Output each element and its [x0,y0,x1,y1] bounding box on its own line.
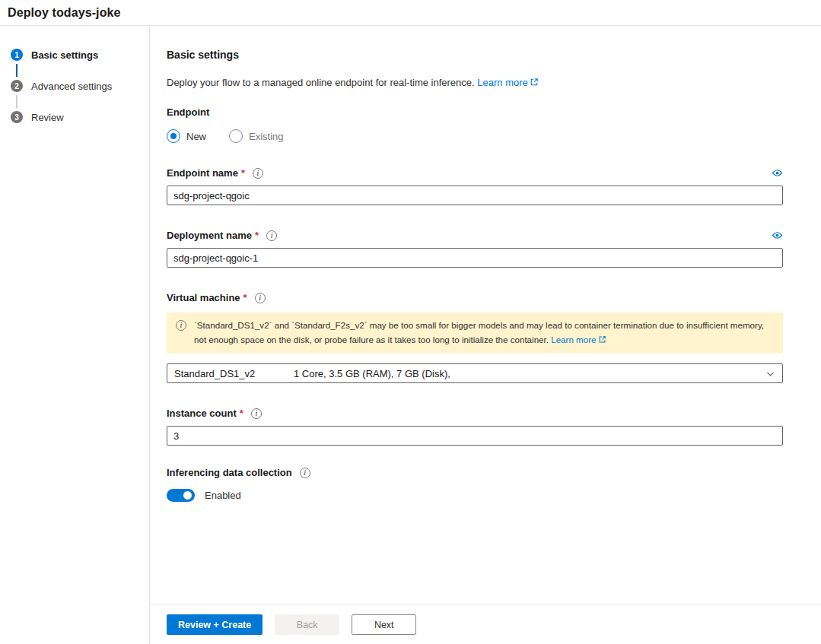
radio-new-label: New [186,131,206,142]
next-button[interactable]: Next [352,614,416,635]
endpoint-name-label-row: Endpoint name * [167,167,783,179]
radio-option-new[interactable]: New [167,129,206,143]
vm-size-warning-banner: `Standard_DS1_v2` and `Standard_F2s_v2` … [167,312,783,354]
wizard-step-review[interactable]: 3 Review [11,111,149,123]
wizard-step-advanced-settings[interactable]: 2 Advanced settings [11,80,149,92]
radio-existing-label: Existing [249,131,284,142]
warning-learn-more-text: Learn more [551,335,596,344]
instance-count-field: Instance count * [167,408,783,446]
endpoint-name-input[interactable] [167,186,783,205]
back-button[interactable]: Back [275,614,339,635]
basic-settings-form: Basic settings Deploy your flow to a man… [150,26,821,604]
step-connector [16,95,18,108]
section-description: Deploy your flow to a managed online end… [167,77,783,88]
step-2-label: Advanced settings [31,81,112,92]
instance-count-label-row: Instance count * [167,408,783,419]
endpoint-radio-group: New Existing [167,129,783,143]
page-title: Deploy todays-joke [8,6,813,20]
step-1-badge: 1 [11,49,23,61]
deployment-name-field: Deployment name * [167,230,783,268]
page-header: Deploy todays-joke [0,0,821,26]
instance-count-label: Instance count [167,408,237,419]
step-3-badge: 3 [11,111,23,123]
section-heading: Basic settings [167,49,783,61]
warning-text: `Standard_DS1_v2` and `Standard_F2s_v2` … [194,320,764,344]
eye-icon[interactable] [772,230,783,241]
data-collection-toggle[interactable] [167,489,195,502]
radio-selected-icon [167,129,180,143]
toggle-knob [183,491,192,500]
step-1-label: Basic settings [31,49,98,61]
required-asterisk: * [255,230,259,241]
content-row: 1 Basic settings 2 Advanced settings 3 R… [0,26,821,644]
learn-more-text: Learn more [477,77,527,88]
virtual-machine-dropdown[interactable]: Standard_DS1_v2 1 Core, 3.5 GB (RAM), 7 … [167,363,783,383]
step-3-label: Review [31,112,64,123]
endpoint-name-field: Endpoint name * [167,167,783,205]
deployment-name-label-row: Deployment name * [167,230,783,241]
required-asterisk: * [240,408,243,419]
external-link-icon [598,335,606,344]
chevron-down-icon [765,369,775,379]
wizard-footer: Review + Create Back Next [150,604,821,644]
virtual-machine-label: Virtual machine [167,292,240,303]
learn-more-link[interactable]: Learn more [477,77,538,88]
info-icon[interactable] [253,168,263,179]
wizard-step-basic-settings[interactable]: 1 Basic settings [11,49,149,61]
virtual-machine-label-row: Virtual machine * [167,292,783,303]
info-icon[interactable] [300,468,310,478]
data-collection-label-row: Inferencing data collection [167,467,783,478]
radio-option-existing[interactable]: Existing [229,129,284,143]
main-panel: Basic settings Deploy your flow to a man… [150,26,821,644]
warning-learn-more-link[interactable]: Learn more [551,335,606,344]
deployment-name-input[interactable] [167,248,783,268]
step-2-badge: 2 [11,80,23,92]
vm-specs-value: 1 Core, 3.5 GB (RAM), 7 GB (Disk), [294,368,450,379]
warning-info-icon [176,320,186,331]
endpoint-group-label: Endpoint [167,106,783,118]
info-icon[interactable] [266,230,277,241]
required-asterisk: * [241,167,245,179]
step-connector-active [16,64,18,77]
description-text: Deploy your flow to a managed online end… [167,77,475,88]
info-icon[interactable] [255,293,266,303]
review-create-button[interactable]: Review + Create [167,614,263,635]
wizard-steps-sidebar: 1 Basic settings 2 Advanced settings 3 R… [0,26,150,644]
label-left: Instance count * [167,408,262,419]
info-icon[interactable] [251,408,262,419]
external-link-icon [530,78,539,87]
label-left: Virtual machine * [167,292,266,303]
deployment-name-label: Deployment name [167,230,252,241]
virtual-machine-field: Virtual machine * `Standard_DS1_v2` and … [167,292,783,383]
data-collection-label: Inferencing data collection [167,467,292,478]
required-asterisk: * [243,292,247,303]
eye-icon[interactable] [772,167,783,179]
toggle-state-label: Enabled [205,490,241,501]
data-collection-toggle-row: Enabled [167,489,783,502]
instance-count-input[interactable] [167,426,783,446]
warning-content: `Standard_DS1_v2` and `Standard_F2s_v2` … [194,319,774,347]
vm-sku-value: Standard_DS1_v2 [174,368,294,379]
label-left: Deployment name * [167,230,277,241]
endpoint-name-label: Endpoint name [167,167,238,179]
label-left: Endpoint name * [167,167,263,179]
radio-unselected-icon [229,129,243,143]
